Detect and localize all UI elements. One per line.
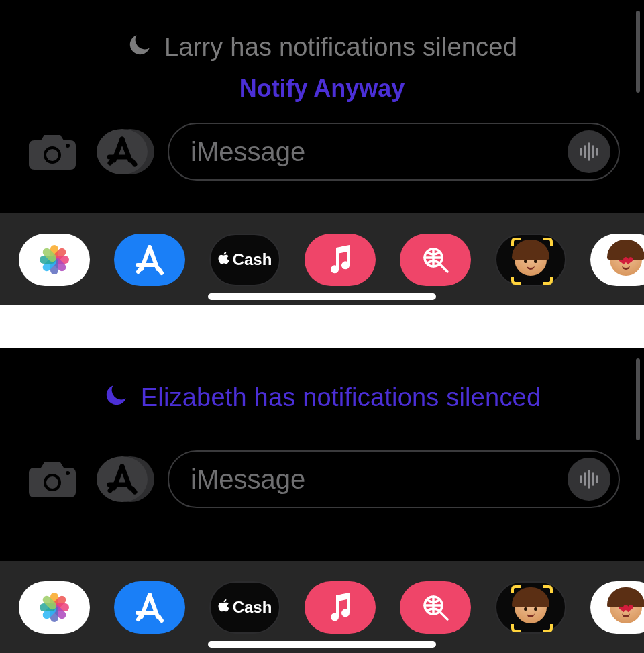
moon-icon xyxy=(103,381,130,414)
messages-panel: Elizabeth has notifications silenced xyxy=(0,348,644,653)
app-photos[interactable] xyxy=(19,581,90,634)
app-memoji[interactable] xyxy=(495,581,566,634)
voice-message-button[interactable] xyxy=(568,458,610,501)
app-store-icon xyxy=(93,455,156,503)
memoji-face-icon xyxy=(515,591,547,623)
app-drawer-button[interactable] xyxy=(93,456,156,503)
camera-button[interactable] xyxy=(24,128,80,175)
app-apple-cash[interactable]: Cash xyxy=(209,581,280,634)
scrollbar[interactable] xyxy=(636,358,640,440)
cash-label: Cash xyxy=(233,250,272,269)
camera-button[interactable] xyxy=(24,456,80,503)
waveform-icon xyxy=(577,467,601,491)
svg-point-1 xyxy=(46,149,58,161)
cash-label: Cash xyxy=(233,598,272,617)
music-note-icon xyxy=(327,245,354,274)
voice-message-button[interactable] xyxy=(568,130,610,173)
moon-icon xyxy=(127,31,154,64)
app-image-search[interactable] xyxy=(400,234,471,286)
message-input[interactable]: iMessage xyxy=(168,123,620,181)
scrollbar[interactable] xyxy=(636,11,640,93)
apple-logo-icon xyxy=(218,250,230,269)
input-row: iMessage xyxy=(0,123,644,181)
silenced-text: Elizabeth has notifications silenced xyxy=(141,383,541,412)
memoji-heart-eyes-icon xyxy=(610,591,642,623)
svg-point-13 xyxy=(66,471,70,475)
appstore-icon xyxy=(132,242,167,277)
app-music[interactable] xyxy=(305,581,376,634)
apple-logo-icon xyxy=(218,598,230,617)
message-input[interactable]: iMessage xyxy=(168,450,620,508)
waveform-icon xyxy=(577,140,601,164)
app-memoji-stickers[interactable] xyxy=(590,234,644,286)
notifications-silenced-row: Larry has notifications silenced xyxy=(0,0,644,64)
globe-search-icon xyxy=(419,591,451,623)
message-placeholder: iMessage xyxy=(191,464,305,495)
globe-search-icon xyxy=(419,244,451,276)
camera-icon xyxy=(26,131,78,172)
app-appstore[interactable] xyxy=(114,581,185,634)
appstore-icon xyxy=(132,590,167,625)
messages-panel: Larry has notifications silenced Notify … xyxy=(0,0,644,305)
home-indicator[interactable] xyxy=(208,641,436,648)
app-photos[interactable] xyxy=(19,234,90,286)
photos-icon xyxy=(38,591,70,623)
notifications-silenced-row[interactable]: Elizabeth has notifications silenced xyxy=(0,348,644,414)
notify-anyway-link[interactable]: Notify Anyway xyxy=(0,74,644,103)
app-drawer-button[interactable] xyxy=(93,128,156,175)
music-note-icon xyxy=(327,593,354,622)
app-bar[interactable]: Cash xyxy=(0,561,644,653)
app-bar[interactable]: Cash xyxy=(0,213,644,305)
input-row: iMessage xyxy=(0,450,644,508)
app-memoji-stickers[interactable] xyxy=(590,581,644,634)
memoji-face-icon xyxy=(515,244,547,276)
home-indicator[interactable] xyxy=(208,293,436,300)
photos-icon xyxy=(38,244,70,276)
app-store-icon xyxy=(93,128,156,176)
panel-gap xyxy=(0,305,644,348)
app-appstore[interactable] xyxy=(114,234,185,286)
svg-point-4 xyxy=(97,129,148,174)
app-memoji[interactable] xyxy=(495,234,566,286)
message-placeholder: iMessage xyxy=(191,137,305,167)
svg-point-12 xyxy=(46,476,58,489)
svg-point-15 xyxy=(97,456,148,502)
app-apple-cash[interactable]: Cash xyxy=(209,234,280,286)
svg-point-2 xyxy=(66,144,70,148)
memoji-heart-eyes-icon xyxy=(610,244,642,276)
app-image-search[interactable] xyxy=(400,581,471,634)
camera-icon xyxy=(26,458,78,500)
silenced-text: Larry has notifications silenced xyxy=(164,33,517,62)
app-music[interactable] xyxy=(305,234,376,286)
